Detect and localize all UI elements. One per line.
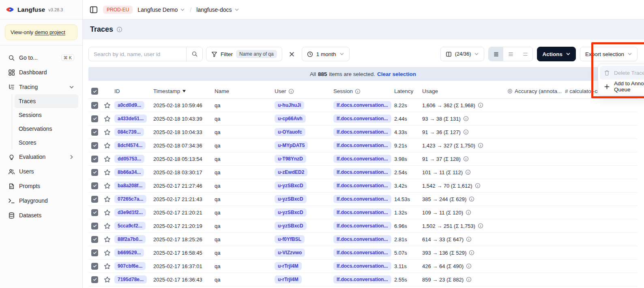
trace-id-badge[interactable]: 8b66a34... [114, 168, 144, 176]
search-button[interactable] [186, 47, 202, 61]
export-selection-button[interactable]: Export selection [580, 47, 638, 61]
trace-id-badge[interactable]: a433de51... [114, 115, 147, 123]
column-header[interactable]: Usage [422, 88, 507, 94]
user-badge[interactable]: u-yzSBxcD [275, 182, 307, 190]
row-height-medium-button[interactable] [503, 47, 518, 61]
session-badge[interactable]: lf.docs.conversation... [333, 195, 391, 203]
session-badge[interactable]: lf.docs.conversation... [333, 249, 391, 257]
demo-project-link[interactable]: demo project [35, 29, 65, 35]
star-icon[interactable] [104, 236, 111, 243]
column-header[interactable]: Latency [394, 88, 422, 94]
row-checkbox[interactable] [88, 196, 104, 203]
star-icon[interactable] [104, 156, 111, 162]
row-checkbox[interactable] [88, 115, 104, 122]
user-badge[interactable]: u-yzSBxcD [275, 208, 307, 217]
sidebar-item-traces[interactable]: Traces [15, 94, 78, 108]
trace-id-badge[interactable]: b669529... [114, 249, 144, 257]
column-header[interactable]: User [275, 88, 333, 94]
star-icon[interactable] [104, 209, 111, 216]
user-badge[interactable]: u-huJhuJi [275, 101, 304, 109]
org-switcher[interactable]: Langfuse Demo [137, 6, 185, 13]
clear-selection-link[interactable]: Clear selection [377, 71, 416, 77]
project-switcher[interactable]: langfuse-docs [196, 6, 239, 13]
sidebar-item-observations[interactable]: Observations [15, 122, 78, 136]
user-badge[interactable]: u-yzSBxcD [275, 222, 307, 230]
row-checkbox[interactable] [88, 249, 104, 256]
row-checkbox[interactable] [88, 276, 104, 283]
session-badge[interactable]: lf.docs.conversation... [333, 141, 391, 149]
session-badge[interactable]: lf.docs.conversation... [333, 222, 391, 230]
trace-id-badge[interactable]: dd05753... [114, 155, 144, 163]
trace-id-badge[interactable]: 7195d78e... [114, 275, 147, 284]
column-header[interactable]: Session [333, 88, 394, 94]
row-checkbox[interactable] [88, 156, 104, 162]
star-icon[interactable] [104, 142, 111, 149]
user-badge[interactable]: u-f0YfBSL [275, 235, 305, 243]
row-checkbox[interactable] [88, 142, 104, 149]
sidebar-item-evaluation[interactable]: Evaluation [4, 149, 78, 164]
trace-id-badge[interactable]: ba8a208f... [114, 182, 146, 190]
sidebar-item-users[interactable]: Users [4, 164, 78, 179]
clear-filter-button[interactable] [286, 47, 298, 61]
filter-button[interactable]: Filter Name any of qa [206, 47, 282, 61]
trace-id-badge[interactable]: a0cd0d9... [114, 101, 144, 109]
sidebar-item-scores[interactable]: Scores [15, 136, 78, 149]
trace-id-badge[interactable]: 5cca9cf2... [114, 222, 146, 230]
star-icon[interactable] [104, 249, 111, 256]
session-badge[interactable]: lf.docs.conversation... [333, 182, 391, 190]
menu-item-add-to-annotation-queue[interactable]: Add to Annotation Queue [600, 80, 644, 93]
trace-id-badge[interactable]: 907cbf6e... [114, 262, 146, 270]
trace-id-badge[interactable]: d3e9d1f2... [114, 208, 146, 217]
session-badge[interactable]: lf.docs.conversation... [333, 262, 391, 270]
row-checkbox[interactable] [88, 129, 104, 136]
user-badge[interactable]: u-cp66Avh [275, 115, 306, 123]
user-badge[interactable]: u-rTrjI4M [275, 262, 302, 270]
star-icon[interactable] [104, 169, 111, 176]
trace-id-badge[interactable]: 88f2a7b0... [114, 235, 146, 243]
menu-item-delete-traces[interactable]: Delete Traces [600, 66, 644, 80]
sidebar-item-dashboard[interactable]: Dashboard [4, 65, 78, 80]
sidebar-item-tracing[interactable]: Tracing [4, 80, 78, 94]
row-checkbox[interactable] [88, 263, 104, 270]
column-header[interactable]: Accuracy (annota... [507, 88, 565, 94]
session-badge[interactable]: lf.docs.conversation... [333, 115, 391, 123]
user-badge[interactable]: u-T98YnzD [275, 155, 306, 163]
star-icon[interactable] [104, 129, 111, 136]
row-checkbox[interactable] [88, 182, 104, 189]
star-icon[interactable] [104, 102, 111, 109]
select-all-checkbox[interactable] [88, 88, 104, 95]
star-icon[interactable] [104, 223, 111, 230]
user-badge[interactable]: u-VIZzvwo [275, 249, 305, 257]
user-badge[interactable]: u-OYauofc [275, 128, 305, 136]
sidebar-item-goto[interactable]: Go to... ⌘ K [4, 50, 78, 65]
session-badge[interactable]: lf.docs.conversation... [333, 275, 391, 284]
star-icon[interactable] [104, 115, 111, 122]
row-checkbox[interactable] [88, 102, 104, 109]
row-height-tall-button[interactable] [518, 47, 532, 61]
user-badge[interactable]: u-rTrjI4M [275, 275, 302, 284]
session-badge[interactable]: lf.docs.conversation... [333, 155, 391, 163]
row-checkbox[interactable] [88, 169, 104, 176]
user-badge[interactable]: u-zEwdED2 [275, 168, 307, 176]
trace-id-badge[interactable]: 07265c7a... [114, 195, 146, 203]
row-checkbox[interactable] [88, 236, 104, 243]
star-icon[interactable] [104, 182, 111, 189]
column-header[interactable]: ID [114, 88, 153, 94]
column-header[interactable]: Name [215, 88, 275, 94]
sidebar-item-sessions[interactable]: Sessions [15, 108, 78, 122]
session-badge[interactable]: lf.docs.conversation... [333, 208, 391, 217]
star-icon[interactable] [104, 276, 111, 283]
session-badge[interactable]: lf.docs.conversation... [333, 235, 391, 243]
star-icon[interactable] [104, 263, 111, 270]
column-header[interactable]: Timestamp [153, 88, 215, 94]
actions-button[interactable]: Actions [537, 47, 576, 61]
search-input[interactable] [89, 47, 186, 61]
star-icon[interactable] [104, 196, 111, 203]
trace-id-badge[interactable]: 084c739... [114, 128, 144, 136]
time-range-select[interactable]: 1 month [302, 47, 350, 61]
sidebar-item-playground[interactable]: Playground [4, 193, 78, 208]
session-badge[interactable]: lf.docs.conversation... [333, 128, 391, 136]
sidebar-item-prompts[interactable]: Prompts [4, 179, 78, 193]
trace-id-badge[interactable]: 8dcf4574... [114, 141, 146, 149]
session-badge[interactable]: lf.docs.conversation... [333, 168, 391, 176]
